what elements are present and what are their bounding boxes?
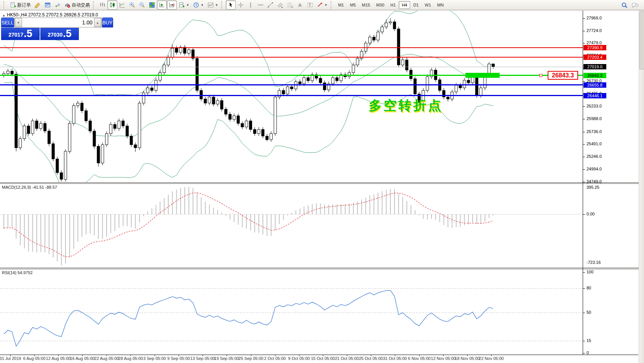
time-axis-label: 25 Oct 05:00: [359, 356, 383, 361]
search-icon[interactable]: [621, 2, 628, 8]
highlight-zone-handle[interactable]: [495, 73, 500, 78]
candlestick-chart-button[interactable]: [107, 0, 117, 10]
equidistant-channel-button[interactable]: E: [275, 0, 285, 10]
new-order-icon: [10, 2, 16, 8]
time-axis-label: 31 Oct 05:00: [383, 356, 407, 361]
tile-windows-icon: [149, 2, 155, 8]
price-axis-line: [583, 11, 583, 355]
new-order-label: 新订单: [17, 2, 31, 8]
cursor-icon: [228, 2, 234, 8]
sell-price[interactable]: 27017.5: [1, 28, 40, 40]
main-chart-panel[interactable]: ▲HK50-,H4 27072.5 27072.5 26926.5 27019.…: [0, 11, 583, 182]
chat-icon[interactable]: [631, 2, 639, 8]
crosshair-button[interactable]: [236, 0, 246, 10]
line-chart-button[interactable]: [117, 0, 127, 10]
new-chart-button[interactable]: [43, 0, 53, 10]
price-line-label: 26446.1: [583, 93, 606, 98]
toolbar-grip[interactable]: [3, 1, 7, 9]
svg-text:T: T: [308, 3, 311, 7]
cursor-button[interactable]: [226, 0, 236, 10]
timeframe-H4[interactable]: H4: [399, 1, 410, 9]
rsi-panel[interactable]: RSI(14) 54.9752: [0, 269, 583, 355]
volume-increase-button[interactable]: ▲: [94, 18, 101, 27]
zoom-out-button[interactable]: [137, 0, 147, 10]
volume-input[interactable]: [22, 18, 94, 27]
axis-tick-label: 25491.0: [586, 141, 602, 146]
chevron-down-icon: ▼: [186, 3, 189, 7]
rsi-label: RSI(14) 54.9752: [2, 270, 33, 275]
axis-tick: [583, 119, 585, 119]
axis-tick: [583, 132, 585, 132]
macd-label: MACD(12,26,9) -41.51 -88.57: [2, 185, 57, 190]
timeframe-MN[interactable]: MN: [434, 1, 447, 9]
time-axis-label: 6 Aug 05:00: [23, 356, 46, 361]
auto-scroll-button[interactable]: [157, 0, 167, 10]
time-axis-label: 9 Sep 05:00: [167, 356, 190, 361]
periods-button[interactable]: ▼: [191, 0, 206, 10]
toolbar-grip[interactable]: [221, 1, 225, 9]
buy-price[interactable]: 27030.5: [40, 28, 79, 40]
price-line-label: 27203.4: [583, 55, 606, 60]
text-label-button[interactable]: T: [305, 0, 315, 10]
tile-windows-button[interactable]: [147, 0, 157, 10]
time-axis-label: 12 Aug 05:00: [46, 356, 71, 361]
time-axis-label: 2 Oct 05:00: [264, 356, 286, 361]
timeframe-M1[interactable]: M1: [335, 1, 347, 9]
timeframe-W1[interactable]: W1: [422, 1, 434, 9]
toolbar-grip[interactable]: [93, 1, 96, 9]
metaeditor-button[interactable]: [33, 0, 43, 10]
svg-text:A: A: [298, 3, 301, 8]
rsi-line: [4, 291, 493, 346]
timeframe-M30[interactable]: M30: [373, 1, 387, 9]
sell-button[interactable]: SELL: [1, 18, 14, 27]
new-order-button[interactable]: 新订单: [8, 0, 33, 10]
rsi-axis-label: 0: [586, 350, 589, 355]
timeframe-M15[interactable]: M15: [359, 1, 373, 9]
trendline-icon: [267, 2, 273, 8]
horizontal-price-line: [0, 57, 583, 58]
chart-shift-button[interactable]: [167, 0, 177, 10]
bar-chart-button[interactable]: [97, 0, 107, 10]
axis-tick: [583, 31, 585, 31]
time-axis-line: [0, 355, 638, 355]
vertical-line-icon: [248, 2, 254, 8]
collapse-triangle-icon[interactable]: ▲: [2, 14, 5, 17]
chevron-down-icon: ▼: [324, 3, 328, 7]
axis-tick-label: 26233.0: [586, 104, 602, 108]
timeframe-M5[interactable]: M5: [347, 1, 359, 9]
candlestick-chart-canvas[interactable]: [0, 11, 583, 182]
timeframe-H1[interactable]: H1: [387, 1, 399, 9]
vertical-line-button[interactable]: [246, 0, 256, 10]
horizontal-line-button[interactable]: [256, 0, 265, 10]
toolbar-grip[interactable]: [331, 1, 334, 9]
templates-button[interactable]: ▼: [206, 0, 220, 10]
axis-tick: [583, 106, 585, 107]
fibonacci-icon: F: [287, 2, 293, 8]
arrows-button[interactable]: ▼: [315, 0, 329, 10]
macd-chart-canvas: [0, 184, 583, 268]
volume-decrease-button[interactable]: ▼: [15, 18, 22, 27]
price-callout-anchor: [539, 74, 542, 77]
signals-button[interactable]: [53, 0, 62, 10]
trendline-button[interactable]: [265, 0, 275, 10]
axis-tick-label: 24994.0: [586, 167, 602, 171]
candlestick-icon: [109, 2, 115, 8]
time-axis-label: 31 Jul 2019: [0, 356, 21, 361]
zoom-in-button[interactable]: [127, 0, 137, 10]
rsi-chart-canvas: [0, 269, 583, 355]
buy-button[interactable]: BUY: [102, 18, 113, 27]
bar-chart-icon: [99, 2, 105, 8]
scrollbar-thumb[interactable]: [639, 11, 644, 69]
chart-title: ▲HK50-,H4 27072.5 27072.5 26926.5 27019.…: [2, 12, 98, 18]
auto-trading-button[interactable]: 自动交易: [62, 0, 92, 10]
fibonacci-button[interactable]: F: [285, 0, 295, 10]
text-button[interactable]: A: [295, 0, 305, 10]
rsi-axis-label: 80: [586, 286, 591, 290]
vertical-scrollbar[interactable]: [639, 10, 644, 363]
indicators-button[interactable]: ▼: [177, 0, 191, 10]
time-axis-label: 18 Nov 05:00: [455, 356, 479, 361]
line-chart-icon: [119, 2, 125, 8]
macd-panel[interactable]: MACD(12,26,9) -41.51 -88.57: [0, 184, 583, 268]
timeframe-D1[interactable]: D1: [410, 1, 422, 9]
axis-tick: [583, 157, 585, 157]
